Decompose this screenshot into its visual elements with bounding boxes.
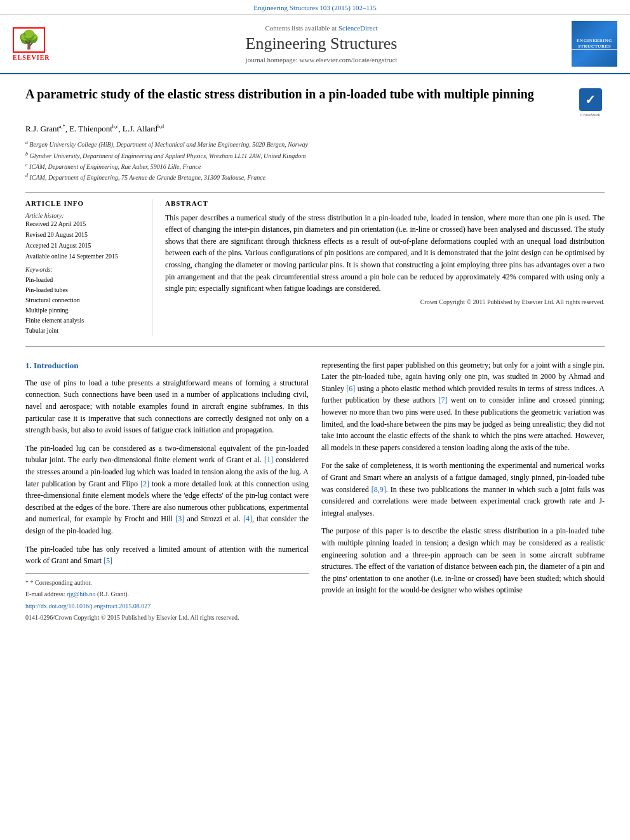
body-col-left: 1. Introduction The use of pins to load …	[25, 359, 309, 625]
crossmark-icon: ✓	[579, 88, 602, 111]
ref-4[interactable]: [4]	[243, 514, 252, 523]
sciencedirect-label: Contents lists available at	[265, 24, 337, 32]
footnote-issn: 0141-0296/Crown Copyright © 2015 Publish…	[25, 613, 309, 623]
title-section: A parametric study of the elastic stress…	[25, 74, 605, 124]
abstract-heading: ABSTRACT	[165, 199, 605, 207]
ref-2[interactable]: [2]	[140, 479, 149, 488]
journal-reference-bar: Engineering Structures 103 (2015) 102–11…	[0, 0, 630, 15]
keyword-finite-element: Finite element analysis	[25, 316, 142, 326]
affiliation-a: a Bergen University College (HiB), Depar…	[25, 139, 605, 150]
article-info: ARTICLE INFO Article history: Received 2…	[25, 199, 152, 336]
journal-title: Engineering Structures	[83, 34, 560, 53]
affiliation-d: d ICAM, Department of Engineering, 75 Av…	[25, 172, 605, 183]
right-para-2: For the sake of completeness, it is wort…	[321, 460, 605, 519]
footnote-section: * * Corresponding author. E-mail address…	[25, 573, 309, 623]
ref-89[interactable]: [8,9]	[372, 485, 386, 494]
journal-header: 🌳 ELSEVIER Contents lists available at S…	[0, 15, 630, 74]
affiliations: a Bergen University College (HiB), Depar…	[25, 139, 605, 183]
author-1-sup: a,*	[59, 124, 65, 130]
affiliation-b: b Glyndwr University, Department of Engi…	[25, 150, 605, 161]
crossmark-label: CrossMark	[580, 112, 600, 117]
abstract-text: This paper describes a numerical study o…	[165, 212, 605, 295]
es-logo-text: ENGINEERINGSTRUCTURES	[577, 38, 612, 50]
elsevier-logo: 🌳 ELSEVIER	[13, 27, 83, 61]
keywords-section: Keywords: Pin-loaded Pin-loaded tubes St…	[25, 266, 142, 336]
divider-1	[25, 192, 605, 193]
received-date: Received 22 April 2015	[25, 220, 142, 227]
journal-reference: Engineering Structures 103 (2015) 102–11…	[253, 4, 376, 11]
article-history-label: Article history:	[25, 212, 142, 219]
email-link[interactable]: rjg@hib.no	[67, 590, 96, 597]
keyword-pin-loaded-tubes: Pin-loaded tubes	[25, 285, 142, 295]
author-2: E. Thienpont	[69, 124, 112, 133]
sciencedirect-notice: Contents lists available at ScienceDirec…	[83, 24, 560, 32]
ref-1[interactable]: [1]	[264, 455, 273, 464]
accepted-date: Accepted 21 August 2015	[25, 242, 142, 249]
keyword-structural-connection: Structural connection	[25, 295, 142, 305]
ref-3[interactable]: [3]	[175, 514, 184, 523]
author-2-sup: b,c	[112, 124, 119, 130]
keyword-tubular-joint: Tubular joint	[25, 326, 142, 336]
keyword-multiple-pinning: Multiple pinning	[25, 305, 142, 316]
crossmark-badge: ✓ CrossMark	[576, 88, 605, 117]
footnote-doi: http://dx.doi.org/10.1016/j.engstruct.20…	[25, 601, 309, 611]
intro-para-2: The pin-loaded lug can be considered as …	[25, 443, 309, 537]
keywords-label: Keywords:	[25, 266, 142, 273]
email-label: E-mail address:	[25, 590, 65, 597]
footnote-corresponding: * * Corresponding author.	[25, 578, 309, 588]
available-online-date: Available online 14 September 2015	[25, 253, 142, 260]
journal-center-header: Contents lists available at ScienceDirec…	[83, 24, 560, 63]
main-body: 1. Introduction The use of pins to load …	[25, 359, 605, 625]
email-suffix: (R.J. Grant).	[97, 590, 129, 597]
intro-para-3: The pin-loaded tube has only received a …	[25, 543, 309, 567]
article-info-heading: ARTICLE INFO	[25, 199, 142, 207]
ref-6[interactable]: [6]	[346, 384, 355, 393]
es-logo-bridge-icon	[572, 49, 617, 62]
author-3: L.J. Allard	[123, 124, 158, 133]
revised-date: Revised 20 August 2015	[25, 231, 142, 238]
doi-link[interactable]: http://dx.doi.org/10.1016/j.engstruct.20…	[25, 603, 151, 610]
author-3-sup: b,d	[158, 124, 164, 130]
corresponding-label: * Corresponding author.	[30, 579, 92, 586]
copyright-line: Crown Copyright © 2015 Published by Else…	[165, 298, 605, 305]
sciencedirect-link[interactable]: ScienceDirect	[338, 24, 378, 32]
divider-2	[25, 346, 605, 347]
elsevier-wordmark: ELSEVIER	[13, 54, 83, 61]
homepage-text: journal homepage: www.elsevier.com/locat…	[246, 56, 398, 63]
footnote-email: E-mail address: rjg@hib.no (R.J. Grant).	[25, 589, 309, 599]
paper-content: A parametric study of the elastic stress…	[0, 74, 630, 625]
authors-line: R.J. Granta,*, E. Thienpontb,c, L.J. All…	[25, 124, 605, 134]
ref-7[interactable]: [7]	[439, 396, 448, 404]
elsevier-logo-box: 🌳	[13, 27, 45, 53]
right-para-3: The purpose of this paper is to describe…	[321, 525, 605, 596]
right-para-1: representing the first paper published o…	[321, 359, 605, 454]
intro-para-1: The use of pins to load a tube presents …	[25, 377, 309, 436]
info-abstract-row: ARTICLE INFO Article history: Received 2…	[25, 199, 605, 336]
es-logo-box: ENGINEERINGSTRUCTURES	[572, 21, 617, 67]
elsevier-tree-icon: 🌳	[18, 31, 40, 49]
affiliation-c: c ICAM, Department of Engineering, Rue A…	[25, 161, 605, 172]
keyword-pin-loaded: Pin-loaded	[25, 275, 142, 285]
journal-homepage: journal homepage: www.elsevier.com/locat…	[83, 56, 560, 63]
journal-right-logo: ENGINEERINGSTRUCTURES	[560, 21, 617, 67]
section-1-heading: 1. Introduction	[25, 359, 309, 372]
abstract-section: ABSTRACT This paper describes a numerica…	[165, 199, 605, 336]
paper-title: A parametric study of the elastic stress…	[25, 86, 576, 102]
author-1: R.J. Grant	[25, 124, 59, 133]
body-col-right: representing the first paper published o…	[321, 359, 605, 625]
ref-5[interactable]: [5]	[104, 556, 112, 565]
